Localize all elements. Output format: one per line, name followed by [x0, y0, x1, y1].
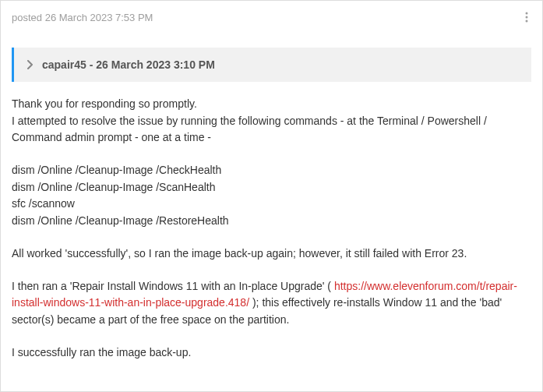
body-command-2: dism /Online /Cleanup-Image /ScanHealth: [12, 179, 531, 196]
body-thank-you: Thank you for responding so promptly.: [12, 96, 531, 113]
body-command-4: dism /Online /Cleanup-Image /RestoreHeal…: [12, 213, 531, 230]
body-command-3: sfc /scannow: [12, 196, 531, 213]
repair-prefix: I then ran a 'Repair Install Windows 11 …: [12, 280, 334, 292]
more-options-icon[interactable]: [522, 9, 531, 26]
quote-attribution: capair45 - 26 March 2023 3:10 PM: [42, 58, 215, 71]
body-result-1: All worked 'successfully', so I ran the …: [12, 245, 531, 263]
post-body: Thank you for responding so promptly. I …: [1, 96, 542, 372]
quote-author-name: capair45: [42, 58, 86, 71]
svg-point-1: [526, 16, 528, 19]
posted-date: 26 March 2023 7:53 PM: [45, 12, 153, 23]
quote-separator: -: [86, 58, 96, 71]
quote-date: 26 March 2023 3:10 PM: [96, 58, 215, 71]
chevron-right-icon: [26, 60, 34, 69]
body-repair-paragraph: I then ran a 'Repair Install Windows 11 …: [12, 278, 531, 329]
body-success: I successfully ran the image back-up.: [12, 344, 531, 362]
body-attempt-intro: I attempted to resolve the issue by runn…: [12, 113, 531, 147]
post-header: posted 26 March 2023 7:53 PM: [1, 1, 542, 29]
posted-timestamp: posted 26 March 2023 7:53 PM: [12, 12, 153, 23]
posted-label: posted: [12, 12, 42, 23]
svg-point-0: [526, 12, 528, 15]
svg-point-2: [526, 20, 528, 23]
quote-block[interactable]: capair45 - 26 March 2023 3:10 PM: [12, 48, 531, 82]
body-command-1: dism /Online /Cleanup-Image /CheckHealth: [12, 162, 531, 179]
